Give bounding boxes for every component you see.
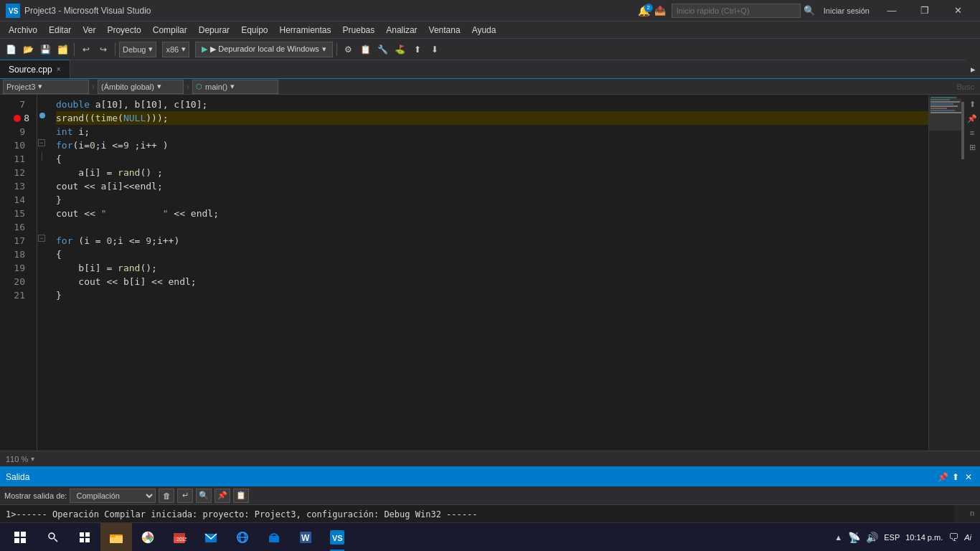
close-button[interactable]: ✕	[941, 0, 974, 22]
right-panel-btn-1[interactable]: ⬆	[966, 98, 979, 110]
right-panel-btn-3[interactable]: ≡	[966, 126, 979, 139]
svg-text:W: W	[301, 533, 310, 543]
gutter-10[interactable]: −	[37, 136, 47, 149]
tb-btn-6[interactable]: 📋	[358, 42, 374, 57]
taskbar-file-explorer[interactable]	[100, 523, 132, 552]
svg-rect-7	[85, 538, 90, 542]
menu-ventana[interactable]: Ventana	[423, 22, 466, 39]
minimize-button[interactable]: —	[875, 0, 908, 22]
svg-text:VS: VS	[9, 7, 19, 15]
start-button[interactable]	[3, 523, 37, 552]
minimap-scrollbar[interactable]	[961, 102, 964, 159]
output-close-button[interactable]: ✕	[963, 471, 974, 483]
tray-language[interactable]: ESP	[884, 533, 900, 542]
tray-notification-center[interactable]: 🗨	[948, 532, 958, 543]
svg-rect-20	[269, 536, 279, 542]
menu-herramientas[interactable]: Herramientas	[274, 22, 337, 39]
tb-btn-7[interactable]: 🔧	[375, 42, 391, 57]
tb-btn-5[interactable]: ⚙	[341, 42, 357, 57]
tray-expand-button[interactable]: ▲	[834, 533, 842, 542]
taskbar: 2015 W VS ▲ 📡 🔊 ESP 10:14 p.m. 🗨 Ai	[0, 522, 980, 551]
method-dropdown[interactable]: ⬡ main() ▾	[192, 80, 278, 94]
save-button[interactable]: 💾	[37, 42, 53, 57]
output-pin-button[interactable]: 📌	[937, 471, 948, 483]
gutter-13	[37, 176, 47, 190]
menu-editar[interactable]: Editar	[43, 22, 77, 39]
tb-btn-10[interactable]: ⬇	[427, 42, 443, 57]
collapse-10[interactable]: −	[38, 139, 45, 146]
menu-analizar[interactable]: Analizar	[380, 22, 423, 39]
tb-btn-9[interactable]: ⬆	[410, 42, 425, 57]
output-copy-button[interactable]: 📋	[233, 489, 249, 503]
taskbar-ie[interactable]	[227, 523, 258, 552]
tray-time: 10:14 p.m.	[905, 533, 943, 542]
gutter-15	[37, 204, 47, 217]
tray-volume-icon[interactable]: 🔊	[866, 532, 878, 543]
platform-dropdown[interactable]: x86 ▾	[162, 42, 189, 57]
menu-ver[interactable]: Ver	[77, 22, 101, 39]
output-wrap-button[interactable]: ↵	[177, 489, 193, 503]
right-panel-btn-2[interactable]: 📌	[966, 112, 979, 125]
output-line-1: 1>------ Operación Compilar iniciada: pr…	[6, 508, 948, 521]
code-lines-container[interactable]: double a[10], b[10], c[10]; srand((time(…	[47, 95, 954, 451]
output-pin2-button[interactable]: 📌	[215, 489, 230, 503]
output-panel-title: Salida	[6, 472, 931, 482]
tab-source-cpp[interactable]: Source.cpp ×	[0, 60, 70, 78]
taskbar-word[interactable]: W	[290, 523, 321, 552]
tab-scroll-right[interactable]: ▸	[966, 60, 980, 78]
menu-pruebas[interactable]: Pruebas	[337, 22, 381, 39]
tray-network-icon[interactable]: 📡	[848, 532, 860, 543]
code-line-18: {	[56, 248, 954, 261]
open-file-button[interactable]: 📂	[20, 42, 36, 57]
project-dropdown[interactable]: Project3 ▾	[3, 80, 89, 94]
line-10: 10	[0, 138, 31, 152]
restore-button[interactable]: ❐	[908, 0, 941, 22]
config-dropdown[interactable]: Debug ▾	[119, 42, 156, 57]
redo-button[interactable]: ↪	[95, 42, 111, 57]
save-all-button[interactable]: 🗂️	[55, 42, 70, 57]
svg-rect-6	[80, 538, 84, 542]
output-find-button[interactable]: 🔍	[196, 489, 212, 503]
taskbar-store[interactable]	[258, 523, 290, 552]
output-clear-button[interactable]: 🗑	[159, 489, 174, 503]
new-file-button[interactable]: 📄	[3, 42, 19, 57]
ai-assistant-label[interactable]: Ai	[964, 533, 971, 542]
vertical-scrollbar[interactable]	[954, 95, 964, 451]
menu-depurar[interactable]: Depurar	[193, 22, 235, 39]
breakpoint-8[interactable]	[14, 115, 21, 122]
gutter-12	[37, 163, 47, 176]
svg-line-3	[55, 538, 58, 542]
taskbar-chrome[interactable]	[132, 523, 164, 552]
menu-ayuda[interactable]: Ayuda	[466, 22, 502, 39]
taskbar-vs[interactable]: VS	[321, 523, 353, 552]
vs-logo-icon: VS	[6, 4, 20, 18]
sign-in-button[interactable]: Iniciar sesión	[824, 6, 870, 15]
menu-compilar[interactable]: Compilar	[147, 22, 193, 39]
code-editor[interactable]: 7 8 9 10 11 12 13 14 15 16 17 18 19 20 2…	[0, 95, 964, 451]
undo-button[interactable]: ↩	[78, 42, 94, 57]
output-right-btn-1[interactable]: n	[966, 507, 979, 519]
menu-proyecto[interactable]: Proyecto	[101, 22, 146, 39]
taskbar-search-icon[interactable]	[37, 523, 69, 552]
output-float-button[interactable]: ⬆	[950, 471, 961, 483]
taskbar-mail[interactable]	[195, 523, 227, 552]
menu-archivo[interactable]: Archivo	[3, 22, 43, 39]
run-button[interactable]: ▶ ▶ Depurador local de Windows ▾	[195, 42, 333, 57]
output-source-dropdown[interactable]: Compilación	[70, 489, 156, 503]
editor-area: Project3 ▾ › (Ámbito global) ▾ › ⬡ main(…	[0, 79, 980, 466]
gutter-17[interactable]: −	[37, 231, 47, 245]
breadcrumb-bar: Project3 ▾ › (Ámbito global) ▾ › ⬡ main(…	[0, 79, 980, 95]
zoom-decrease-button[interactable]: ▾	[31, 455, 34, 463]
tab-close-button[interactable]: ×	[57, 65, 61, 73]
taskbar-calendar[interactable]: 2015	[164, 523, 195, 552]
right-panel-btn-4[interactable]: ⊞	[966, 141, 979, 154]
scope-dropdown[interactable]: (Ámbito global) ▾	[98, 80, 184, 94]
collapse-17[interactable]: −	[38, 235, 45, 242]
search-icon[interactable]: 🔍	[804, 5, 815, 16]
taskbar-taskview-icon[interactable]	[69, 523, 100, 552]
share-icon[interactable]: 📤	[654, 5, 666, 16]
tb-btn-8[interactable]: ⛳	[392, 42, 408, 57]
menu-equipo[interactable]: Equipo	[235, 22, 273, 39]
notification-icon[interactable]: 🔔 2	[638, 5, 650, 17]
quick-launch-input[interactable]	[672, 4, 801, 18]
